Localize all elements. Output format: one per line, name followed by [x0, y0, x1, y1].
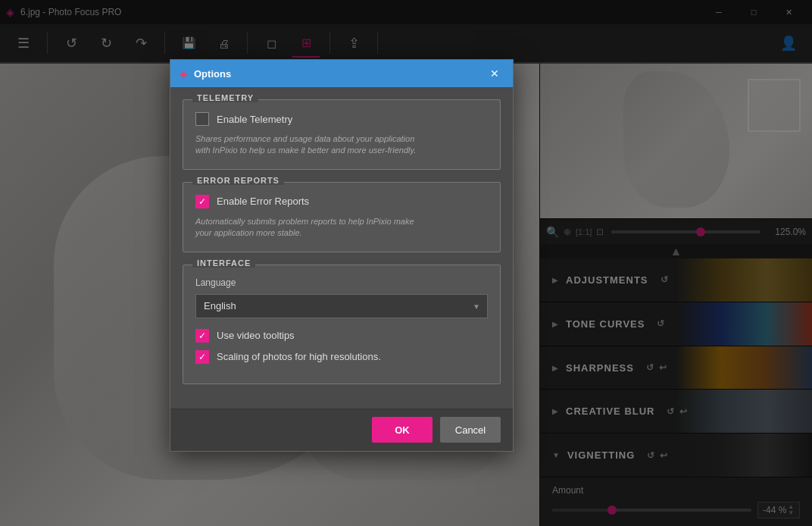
error-reports-checkbox[interactable]: [195, 195, 209, 208]
error-reports-group: ERROR REPORTS Enable Error Reports Autom…: [183, 182, 501, 252]
video-tooltips-checkbox[interactable]: [195, 329, 209, 343]
scaling-row: Scaling of photos for high resolutions.: [195, 350, 488, 364]
dialog-close-button[interactable]: ✕: [486, 64, 504, 83]
dialog-title-left: ◈ Options: [180, 67, 231, 80]
language-select[interactable]: English French German Spanish Italian: [195, 294, 488, 318]
options-dialog: ◈ Options ✕ TELEMETRY Enable Telemetry S…: [170, 59, 514, 452]
error-reports-checkbox-row: Enable Error Reports: [195, 195, 488, 208]
telemetry-description: Shares performance and usage data about …: [195, 133, 488, 157]
telemetry-group-label: TELEMETRY: [192, 93, 258, 102]
dialog-body: TELEMETRY Enable Telemetry Shares perfor…: [170, 87, 513, 409]
scaling-label: Scaling of photos for high resolutions.: [217, 351, 381, 362]
scaling-checkbox[interactable]: [195, 350, 209, 364]
cancel-button[interactable]: Cancel: [440, 417, 501, 443]
language-select-wrapper: English French German Spanish Italian ▼: [195, 294, 488, 318]
modal-overlay: ◈ Options ✕ TELEMETRY Enable Telemetry S…: [0, 0, 812, 526]
dialog-footer: OK Cancel: [170, 409, 513, 451]
ok-button[interactable]: OK: [372, 417, 433, 443]
error-reports-description: Automatically submits problem reports to…: [195, 216, 488, 240]
error-reports-group-label: ERROR REPORTS: [192, 176, 284, 185]
interface-group-label: INTERFACE: [192, 258, 255, 268]
dialog-title-icon: ◈: [180, 67, 188, 80]
error-reports-checkbox-label: Enable Error Reports: [217, 196, 309, 207]
telemetry-checkbox-label: Enable Telemetry: [217, 114, 292, 125]
video-tooltips-label: Use video tooltips: [217, 330, 295, 341]
telemetry-checkbox[interactable]: [195, 112, 209, 126]
telemetry-group: TELEMETRY Enable Telemetry Shares perfor…: [183, 99, 501, 170]
video-tooltips-row: Use video tooltips: [195, 329, 488, 343]
telemetry-checkbox-row: Enable Telemetry: [195, 112, 488, 126]
dialog-titlebar: ◈ Options ✕: [170, 60, 513, 87]
dialog-title-text: Options: [194, 68, 231, 80]
interface-group: INTERFACE Language English French German…: [183, 265, 501, 384]
language-label: Language: [195, 277, 488, 288]
